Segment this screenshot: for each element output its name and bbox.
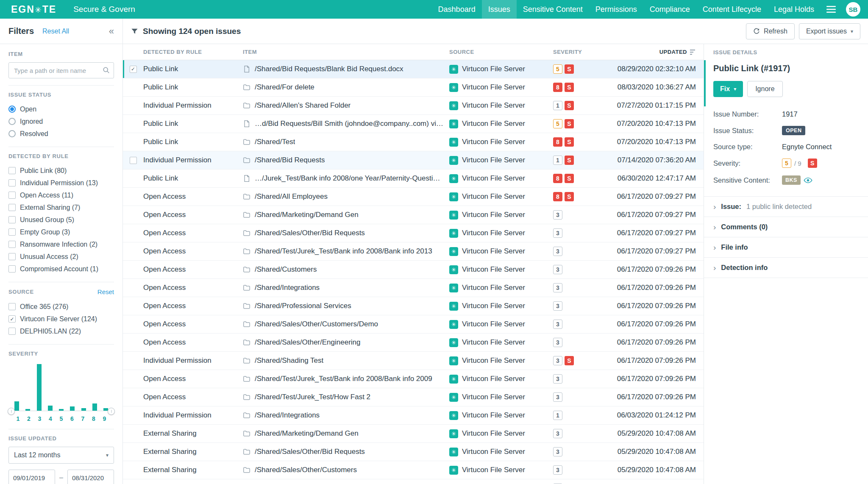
row-checkbox[interactable] — [130, 157, 137, 164]
col-detected-by-rule[interactable]: DETECTED BY RULE — [143, 49, 243, 55]
ignore-button[interactable]: Ignore — [747, 81, 782, 97]
col-updated[interactable]: UPDATED — [598, 49, 704, 55]
table-row[interactable]: Open Access/Shared/Test/Jurek_Test/Bank … — [123, 370, 704, 388]
table-row[interactable]: Open Access/Shared/All Employees✳Virtuco… — [123, 188, 704, 206]
checkbox-icon[interactable] — [8, 315, 16, 323]
date-from-input[interactable]: 09/01/2019 — [8, 470, 55, 484]
nav-item-sensitive-content[interactable]: Sensitive Content — [517, 0, 589, 19]
date-range-select[interactable]: Last 12 months ▾ — [8, 447, 114, 464]
details-section-file-info[interactable]: ›File info — [704, 237, 868, 257]
nav-item-issues[interactable]: Issues — [482, 0, 517, 19]
checkbox-icon[interactable] — [8, 228, 16, 236]
item-path[interactable]: /Shared/Bid Requests/Blank Bid Request.d… — [255, 65, 403, 73]
radio-icon[interactable] — [8, 118, 16, 125]
table-row[interactable]: Open Access/Shared/Integrations✳Virtucon… — [123, 279, 704, 297]
rule-filter-ransomware-infection[interactable]: Ransomware Infection (2) — [8, 238, 114, 250]
severity-slider-min-handle[interactable] — [8, 408, 15, 415]
item-path[interactable]: /Shared/Marketing/Demand Gen — [255, 429, 359, 438]
checkbox-icon[interactable] — [8, 192, 16, 199]
rule-filter-open-access[interactable]: Open Access (11) — [8, 189, 114, 201]
collapse-sidebar-icon[interactable]: « — [109, 26, 114, 37]
nav-item-legal-holds[interactable]: Legal Holds — [768, 0, 821, 19]
table-row[interactable]: External Sharing/Shared/Marketing/Demand… — [123, 425, 704, 443]
item-path[interactable]: /Shared/Sales/Other/Bid Requests — [255, 448, 365, 456]
user-avatar[interactable]: SB — [846, 2, 860, 17]
item-path[interactable]: /Shared/Allen's Shared Folder — [255, 101, 351, 110]
radio-icon[interactable] — [8, 106, 16, 113]
table-row[interactable]: Public Link…/Jurek_Test/Bank info 2008/o… — [123, 170, 704, 188]
item-path[interactable]: /Shared/All Employees — [255, 192, 328, 201]
status-option-open[interactable]: Open — [8, 103, 114, 115]
item-path[interactable]: /Shared/Professional Services — [255, 302, 351, 310]
item-path[interactable]: /Shared/Marketing/Demand Gen — [255, 211, 359, 219]
source-filter-office-365[interactable]: Office 365 (276) — [8, 300, 114, 313]
details-section-issue[interactable]: ›Issue:1 public link detected — [704, 196, 868, 217]
rule-filter-compromised-account[interactable]: Compromised Account (1) — [8, 263, 114, 275]
egnyte-logo[interactable]: EGN✳TE — [11, 4, 56, 15]
source-reset-link[interactable]: Reset — [97, 288, 114, 295]
rule-filter-external-sharing[interactable]: External Sharing (7) — [8, 201, 114, 214]
checkbox-icon[interactable] — [8, 265, 16, 273]
checkbox-icon[interactable] — [8, 167, 16, 174]
table-row[interactable]: Open Access/Shared/Marketing/Demand Gen✳… — [123, 206, 704, 224]
item-path[interactable]: …d/Bid Requests/Bill Smith (johndoe@comp… — [255, 120, 443, 128]
rule-filter-empty-group[interactable]: Empty Group (3) — [8, 226, 114, 238]
export-issues-button[interactable]: Export issues ▾ — [799, 23, 860, 39]
table-row[interactable]: Individual Permission/Shared/Bid Request… — [123, 151, 704, 170]
table-row[interactable]: External Sharing/Shared/Sales/Other/Cust… — [123, 461, 704, 479]
rule-filter-individual-permission[interactable]: Individual Permission (13) — [8, 177, 114, 189]
refresh-button[interactable]: Refresh — [746, 23, 795, 39]
table-row[interactable]: Individual Permission/Shared/Allen's Sha… — [123, 97, 704, 115]
item-path[interactable]: /Shared/Test/Jurek_Test/How Fast 2 — [255, 393, 370, 401]
table-row[interactable]: Open Access/Shared/Sales/Other/Customers… — [123, 315, 704, 334]
reset-all-link[interactable]: Reset All — [42, 28, 69, 35]
table-row[interactable]: External Sharing/Shared/Sales/Other/Engi… — [123, 479, 704, 484]
radio-icon[interactable] — [8, 130, 16, 137]
item-path[interactable]: /Shared/Sales/Other/Engineering — [255, 338, 361, 347]
col-source[interactable]: SOURCE — [449, 49, 553, 55]
nav-item-permissions[interactable]: Permissions — [589, 0, 643, 19]
checkbox-icon[interactable] — [8, 253, 16, 260]
table-row[interactable]: Public Link…d/Bid Requests/Bill Smith (j… — [123, 115, 704, 133]
rule-filter-unusual-access[interactable]: Unusual Access (2) — [8, 250, 114, 263]
item-path[interactable]: /Shared/Test/Jurek_Test/Bank info 2008/B… — [255, 247, 432, 256]
status-option-ignored[interactable]: Ignored — [8, 115, 114, 128]
status-option-resolved[interactable]: Resolved — [8, 128, 114, 140]
fix-button[interactable]: Fix ▾ — [713, 81, 743, 97]
table-row[interactable]: Open Access/Shared/Test/Jurek_Test/Bank … — [123, 242, 704, 261]
details-section-comments-0[interactable]: ›Comments (0) — [704, 217, 868, 237]
table-row[interactable]: Open Access/Shared/Test/Jurek_Test/How F… — [123, 388, 704, 406]
table-row[interactable]: Public Link/Shared/Bid Requests/Blank Bi… — [123, 60, 704, 78]
eye-icon[interactable] — [804, 177, 812, 184]
checkbox-icon[interactable] — [8, 216, 16, 223]
rule-filter-unused-group[interactable]: Unused Group (5) — [8, 214, 114, 226]
checkbox-icon[interactable] — [8, 241, 16, 248]
nav-item-compliance[interactable]: Compliance — [643, 0, 696, 19]
item-path[interactable]: /Shared/Test — [255, 138, 295, 146]
table-row[interactable]: Open Access/Shared/Sales/Other/Engineeri… — [123, 334, 704, 352]
nav-item-dashboard[interactable]: Dashboard — [432, 0, 482, 19]
item-path[interactable]: /Shared/Test/Jurek_Test/Bank info 2008/B… — [255, 375, 432, 383]
menu-icon[interactable] — [821, 6, 842, 13]
checkbox-icon[interactable] — [8, 204, 16, 211]
checkbox-icon[interactable] — [8, 303, 16, 310]
item-search-input[interactable] — [8, 62, 114, 78]
item-path[interactable]: …/Jurek_Test/Bank info 2008/one Year/Pat… — [255, 174, 443, 183]
table-row[interactable]: Open Access/Shared/Sales/Other/Bid Reque… — [123, 224, 704, 242]
col-item[interactable]: ITEM — [243, 49, 449, 55]
item-path[interactable]: /Shared/Integrations — [255, 411, 320, 420]
sort-icon[interactable] — [690, 50, 696, 55]
table-row[interactable]: Individual Permission/Shared/Shading Tes… — [123, 352, 704, 370]
item-path[interactable]: /Shared/Sales/Other/Customers/Demo — [255, 320, 378, 328]
table-row[interactable]: Open Access/Shared/Customers✳Virtucon Fi… — [123, 261, 704, 279]
item-path[interactable]: /Shared/For delete — [255, 83, 314, 92]
source-filter-virtucon-file-server[interactable]: Virtucon File Server (124) — [8, 313, 114, 325]
source-filter-delphi05-lan[interactable]: DELPHI05.LAN (22) — [8, 325, 114, 337]
date-to-input[interactable]: 08/31/2020 — [67, 470, 114, 484]
table-row[interactable]: External Sharing/Shared/Sales/Other/Bid … — [123, 443, 704, 461]
severity-slider-max-handle[interactable] — [108, 408, 115, 415]
item-path[interactable]: /Shared/Sales/Other/Customers — [255, 466, 357, 474]
row-checkbox[interactable] — [130, 66, 137, 73]
item-path[interactable]: /Shared/Bid Requests — [255, 156, 325, 164]
col-severity[interactable]: SEVERITY — [553, 49, 598, 55]
